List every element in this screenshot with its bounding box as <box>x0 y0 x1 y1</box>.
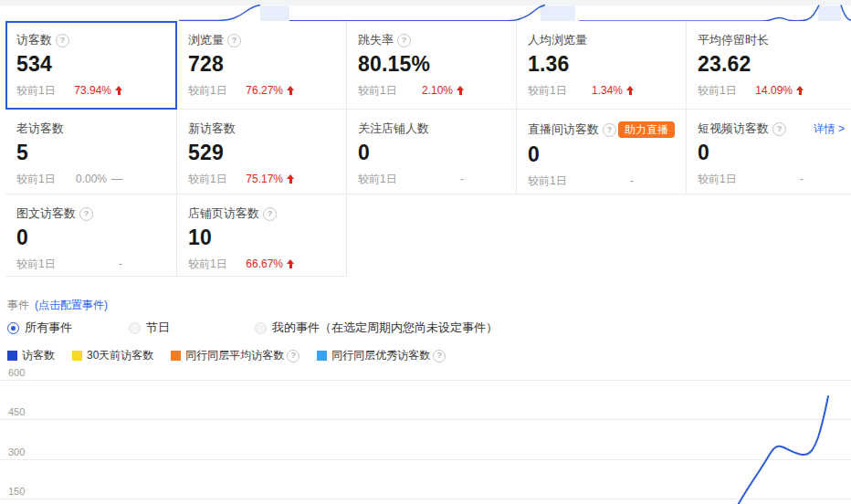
metric-card-bounce-rate[interactable]: 跳失率? 80.15% 较前1日2.10% <box>347 21 517 110</box>
visitors-trend-chart: 600 450 300 150 <box>0 365 851 504</box>
metric-card-pageviews[interactable]: 浏览量? 728 较前1日76.27% <box>177 21 347 110</box>
configure-events-link[interactable]: (点击配置事件) <box>35 299 108 311</box>
metric-card-short-video-visitors[interactable]: 短视频访客数?详情 > 0 较前1日- <box>687 110 851 194</box>
empty-cell <box>687 194 851 277</box>
radio-icon <box>7 322 19 334</box>
legend-swatch <box>7 351 17 361</box>
help-icon[interactable]: ? <box>287 350 299 362</box>
change-percent: 2.10% <box>422 84 453 97</box>
trend-line-svg <box>0 365 851 504</box>
change-percent: - <box>630 174 634 187</box>
legend-swatch <box>72 351 82 361</box>
metric-label: 人均浏览量 <box>528 33 587 47</box>
legend-item-visitors[interactable]: 访客数 <box>7 348 55 363</box>
sparkline-highlight-bands <box>260 6 841 22</box>
radio-my-events[interactable]: 我的事件（在选定周期内您尚未设定事件） <box>255 320 498 336</box>
help-icon[interactable]: ? <box>263 207 277 221</box>
legend-swatch <box>171 351 181 361</box>
help-icon[interactable]: ? <box>433 350 446 362</box>
metric-card-avg-stay-duration[interactable]: 平均停留时长 23.62 较前1日14.09% <box>687 21 851 110</box>
visitors-line <box>730 396 828 504</box>
metric-label: 直播间访客数 <box>528 122 599 137</box>
legend-item-visitors-30d-ago[interactable]: 30天前访客数 <box>72 348 153 363</box>
compare-period-label: 较前1日 <box>16 173 56 185</box>
compare-period-label: 较前1日 <box>698 84 737 97</box>
metric-card-shop-followers[interactable]: 关注店铺人数 0 较前1日- <box>347 110 517 194</box>
arrow-up-icon <box>115 86 122 95</box>
metric-card-new-visitors[interactable]: 新访客数 529 较前1日75.17% <box>177 110 347 194</box>
arrow-up-icon <box>287 174 294 184</box>
compare-period-label: 较前1日 <box>188 84 227 97</box>
change-percent: 0.00% <box>76 173 107 185</box>
change-percent: - <box>460 173 464 185</box>
metric-value: 1.36 <box>528 52 675 76</box>
metric-value: 10 <box>188 226 335 249</box>
help-icon[interactable]: ? <box>397 34 411 47</box>
metric-label: 跳失率 <box>358 33 394 47</box>
compare-period-label: 较前1日 <box>358 173 397 185</box>
arrow-up-icon <box>287 259 294 268</box>
change-percent: 73.94% <box>74 84 111 97</box>
legend-swatch <box>317 351 327 361</box>
help-icon[interactable]: ? <box>79 207 93 221</box>
chart-legend: 访客数 30天前访客数 同行同层平均访客数? 同行同层优秀访客数? <box>7 348 463 363</box>
help-icon[interactable]: ? <box>56 34 69 47</box>
metric-label: 浏览量 <box>188 33 224 47</box>
flat-dash: — <box>111 173 122 185</box>
metric-value: 728 <box>188 52 335 76</box>
details-link[interactable]: 详情 > <box>814 121 845 136</box>
compare-period-label: 较前1日 <box>188 173 227 185</box>
events-title: 事件 <box>7 299 29 311</box>
metric-label: 新访客数 <box>188 121 236 136</box>
metric-card-views-per-visitor[interactable]: 人均浏览量 1.36 较前1日1.34% <box>517 21 687 110</box>
metric-label: 图文访客数 <box>16 206 76 221</box>
change-percent: 66.67% <box>246 257 283 270</box>
arrow-up-icon <box>796 86 804 95</box>
help-icon[interactable]: ? <box>227 34 241 47</box>
metric-value: 0 <box>698 141 845 164</box>
help-icon[interactable]: ? <box>772 122 786 136</box>
metric-value: 529 <box>188 141 335 164</box>
radio-holidays[interactable]: 节日 <box>129 320 170 336</box>
metric-value: 0 <box>528 142 675 166</box>
sparklines-svg <box>0 0 851 21</box>
compare-period-label: 较前1日 <box>528 84 567 97</box>
events-section: 事件(点击配置事件) 所有事件 节日 我的事件（在选定周期内您尚未设定事件） <box>7 299 829 336</box>
metric-card-livestream-visitors[interactable]: 直播间访客数?助力直播 0 较前1日- <box>517 110 687 194</box>
arrow-up-icon <box>287 86 294 95</box>
metric-value: 534 <box>16 52 166 76</box>
boost-livestream-badge[interactable]: 助力直播 <box>618 121 675 138</box>
change-percent: 1.34% <box>592 84 623 97</box>
compare-period-label: 较前1日 <box>16 84 56 97</box>
arrow-up-icon <box>457 86 464 95</box>
metric-label: 关注店铺人数 <box>358 121 429 136</box>
compare-period-label: 较前1日 <box>358 84 397 97</box>
metric-card-visitors[interactable]: 访客数? 534 较前1日73.94% <box>5 21 177 110</box>
change-percent: 14.09% <box>755 84 793 97</box>
previous-row-sparklines <box>0 0 851 21</box>
radio-icon <box>129 322 141 334</box>
empty-cell <box>517 194 687 277</box>
metric-value: 23.62 <box>698 52 845 76</box>
legend-item-peer-top[interactable]: 同行同层优秀访客数? <box>317 348 446 363</box>
metric-card-returning-visitors[interactable]: 老访客数 5 较前1日0.00%— <box>5 110 177 194</box>
change-percent: - <box>119 257 122 270</box>
event-filter-radios: 所有事件 节日 我的事件（在选定周期内您尚未设定事件） <box>7 320 829 336</box>
metrics-grid: 访客数? 534 较前1日73.94% 浏览量? 728 较前1日76.27% … <box>5 21 851 277</box>
help-icon[interactable]: ? <box>603 123 616 137</box>
metric-label: 短视频访客数 <box>698 121 769 136</box>
metric-value: 0 <box>16 226 165 249</box>
compare-period-label: 较前1日 <box>188 257 227 270</box>
metric-value: 5 <box>16 141 165 164</box>
metric-card-image-text-visitors[interactable]: 图文访客数? 0 较前1日- <box>5 194 177 277</box>
change-percent: 75.17% <box>246 173 283 185</box>
metric-value: 0 <box>358 141 505 164</box>
legend-item-peer-average[interactable]: 同行同层平均访客数? <box>171 348 299 363</box>
metric-value: 80.15% <box>358 52 505 76</box>
change-percent: - <box>800 173 804 185</box>
metric-label: 店铺页访客数 <box>188 206 259 221</box>
radio-all-events[interactable]: 所有事件 <box>7 320 72 336</box>
metric-card-shop-page-visitors[interactable]: 店铺页访客数? 10 较前1日66.67% <box>177 194 347 277</box>
metric-label: 老访客数 <box>16 121 64 136</box>
metric-label: 访客数 <box>16 33 52 47</box>
